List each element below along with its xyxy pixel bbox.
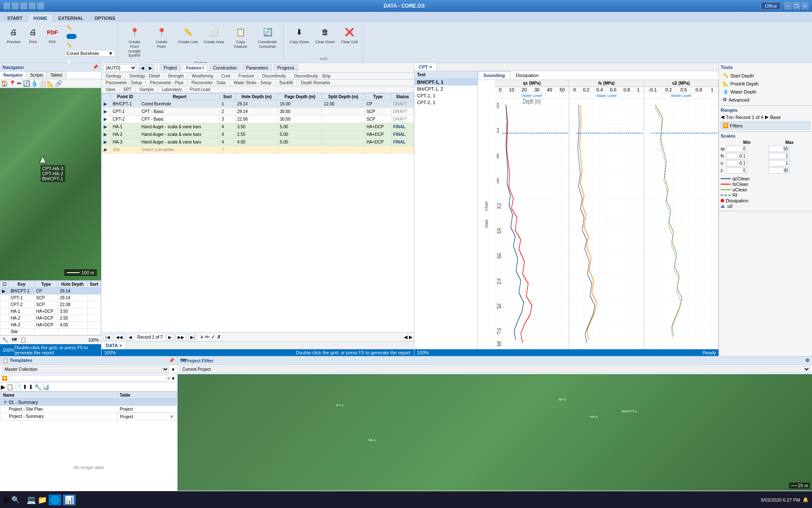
test-item-2[interactable]: CPT-1, 1 <box>414 92 477 99</box>
grid-row-0[interactable]: ▶ BH/CPT-1 Cored Borehole 1 29.14 15.00 … <box>102 100 414 108</box>
test-item-1[interactable]: BH/CPT-1, 2 <box>414 86 477 92</box>
nav-row-5[interactable]: HA-3 HA+DCP 4.00 <box>0 322 101 329</box>
ranges-record-nav-right[interactable]: ▶ <box>765 114 768 120</box>
taskbar-app-2[interactable]: 📁 <box>38 495 47 505</box>
nav-tool-1[interactable]: 🏠 <box>1 80 8 87</box>
preview-button[interactable]: 🖨 Preview <box>4 24 23 46</box>
z-max-input[interactable]: 30 <box>768 167 790 174</box>
nav-icon-layers[interactable]: 📋 <box>19 337 28 343</box>
nav-tool-6[interactable]: ⬜ <box>39 80 46 87</box>
tab-scripts[interactable]: Scripts <box>27 72 47 79</box>
tmpl-tool-1[interactable]: 📋 <box>6 384 14 390</box>
tmpl-tool-3[interactable]: ⬆ <box>22 384 27 390</box>
test-item-3[interactable]: CPT-2, 1 <box>414 99 477 106</box>
grid-last-btn[interactable]: ▶| <box>188 334 197 340</box>
ranges-record-nav-left[interactable]: ◀ <box>721 114 724 120</box>
sub-point-load[interactable]: Point Load <box>187 87 213 92</box>
sub-vane[interactable]: Vane <box>103 87 118 92</box>
nav-icon-map[interactable]: 🗺 <box>11 337 18 343</box>
fs-max-input[interactable]: 1 <box>768 153 790 159</box>
current-project-select[interactable]: Current Project <box>179 366 810 373</box>
grid-confirm-btn[interactable]: ✓ <box>211 334 215 340</box>
nav-prev-btn[interactable]: ◀ <box>139 64 146 72</box>
sub-piezometer-setup[interactable]: Piezometer - Setup <box>103 80 145 86</box>
qc-max-input[interactable]: 50 <box>768 146 790 152</box>
project-tab[interactable]: Project <box>160 64 181 71</box>
tmpl-tool-4[interactable]: ⬇ <box>28 384 33 390</box>
grid-edit-btn[interactable]: ✏ <box>205 334 209 340</box>
qc-min-input[interactable]: 0 <box>726 146 747 152</box>
ribbon-tab-external[interactable]: EXTERNAL <box>53 14 89 22</box>
auto-select-dropdown[interactable]: [AUTO] <box>103 64 137 72</box>
cpt-tab-close[interactable]: × <box>429 64 432 69</box>
filter-button[interactable]: 🔽 Filters <box>721 121 810 130</box>
u-min-input[interactable]: -0.1 <box>726 160 747 166</box>
nav-tool-3[interactable]: ✏ <box>17 80 22 87</box>
sub-strength[interactable]: Strength <box>165 73 187 79</box>
grid-row-2[interactable]: ▶ CPT-2 CPT - Basic 3 22.08 30.00 SCP DR… <box>102 116 414 123</box>
templates-pin[interactable]: 📌 <box>169 358 175 363</box>
ribbon-tab-start[interactable]: START <box>2 14 28 22</box>
sub-laboratory[interactable]: Laboratory <box>159 87 185 92</box>
sub-core[interactable]: Core <box>219 73 233 79</box>
sub-discontinuity[interactable]: Discontinuity <box>260 73 289 79</box>
windows-icon[interactable]: ⊞ <box>3 495 10 505</box>
tmpl-row-summary[interactable]: ▼ 01 - Summary <box>0 399 177 406</box>
predrill-depth-tool[interactable]: 📐 Predrill Depth <box>721 80 810 88</box>
record-template-toggle[interactable] <box>64 33 115 40</box>
grid-prev-btn[interactable]: ◀◀ <box>114 334 125 340</box>
sub-geology[interactable]: Geology <box>103 73 124 79</box>
nav-tool-5[interactable]: 💧 <box>31 80 38 87</box>
tmpl-tool-6[interactable]: 📊 <box>42 384 49 390</box>
sub-backfill[interactable]: Backfill <box>277 80 296 86</box>
progress-tab[interactable]: Progress <box>274 64 298 71</box>
grid-next-btn[interactable]: ▶▶ <box>176 334 187 340</box>
sub-spt[interactable]: SPT <box>121 87 134 92</box>
taskbar-app-1[interactable]: 💻 <box>27 495 36 505</box>
grid-row-4[interactable]: ▶ HA-2 Hand Auger - scala & vane bars 4 … <box>102 131 414 138</box>
filter-input[interactable] <box>8 375 167 381</box>
nav-row-2[interactable]: CPT-2 SCP 22.08 <box>0 301 101 308</box>
sub-depth-remarks[interactable]: Depth Remarks <box>298 80 332 86</box>
taskbar-app-4[interactable]: 📊 <box>63 494 76 505</box>
start-depth-tool[interactable]: 📏 Start Depth <box>721 72 810 80</box>
grid-row-3[interactable]: ▶ HA-1 Hand Auger - scala & vane bars 4 … <box>102 123 414 131</box>
tmpl-scroll-right[interactable]: ▶ <box>1 384 5 390</box>
sub-geology-detail[interactable]: Geology - Detail <box>127 73 162 79</box>
create-line-button[interactable]: 📏 Create Line <box>176 24 200 46</box>
feature-tab[interactable]: Feature I <box>182 64 208 71</box>
clear-down-button[interactable]: 🗑 Clear Down <box>313 24 337 46</box>
u-max-input[interactable]: 1 <box>768 160 790 166</box>
nav-icon-tools[interactable]: 🔧 <box>1 337 10 343</box>
split-depth-btn[interactable]: 📏 <box>64 41 115 49</box>
navigator-pin[interactable]: 📌 <box>93 64 99 70</box>
grid-col-sort[interactable]: Sort <box>220 94 236 100</box>
scrollbar-left[interactable]: ◀ <box>404 334 407 340</box>
print-button[interactable]: 🖨 Print <box>24 24 42 46</box>
project-filter-pin[interactable]: ⚙ <box>805 358 809 363</box>
create-from-google-earth-button[interactable]: 📍 Create From Google Earth® <box>121 24 148 60</box>
sub-piezometer-pipe[interactable]: Piezometer - Pipe <box>147 80 186 86</box>
grid-row-6[interactable]: ▶ Site Select a template... 7 <box>102 146 414 154</box>
scrollbar-right[interactable]: ▶ <box>409 334 412 340</box>
tmpl-row-site-plan[interactable]: Project - Site Plan Project <box>0 406 177 413</box>
grid-col-split-depth[interactable]: Split Depth (m) <box>322 94 365 100</box>
create-point-button[interactable]: 📍 Create Point <box>148 24 175 51</box>
nav-row-1[interactable]: CPT-1 SCP 29.14 <box>0 295 101 301</box>
nav-tool-7[interactable]: 📐 <box>47 80 54 87</box>
dissipation-tab[interactable]: Dissipation <box>510 71 544 80</box>
grid-first-btn[interactable]: |◀ <box>103 334 112 340</box>
tmpl-tool-5[interactable]: 🔧 <box>34 384 41 390</box>
grid-col-hole-depth[interactable]: Hole Depth (m) <box>235 94 278 100</box>
master-collection-select[interactable]: Master Collection <box>2 366 169 373</box>
data-tab[interactable]: DATA × <box>102 342 126 349</box>
data-grid-area[interactable]: Point ID Report Sort Hole Depth (m) Page… <box>102 93 414 332</box>
grid-next-single-btn[interactable]: ▶ <box>166 334 174 340</box>
nav-next-btn[interactable]: ▶ <box>147 64 154 72</box>
hole-depth-btn[interactable]: 📏 <box>64 24 115 32</box>
z-min-input[interactable]: 0 <box>726 167 747 174</box>
tab-navigator[interactable]: Navigator <box>0 72 27 79</box>
navigator-map[interactable]: 100 m CPT-HA-3 CPT-HA-2 BH/CPT-1 <box>0 88 101 280</box>
nav-tool-4[interactable]: 🔄 <box>23 80 30 87</box>
advanced-tool[interactable]: ⚙ Advanced <box>721 96 810 104</box>
